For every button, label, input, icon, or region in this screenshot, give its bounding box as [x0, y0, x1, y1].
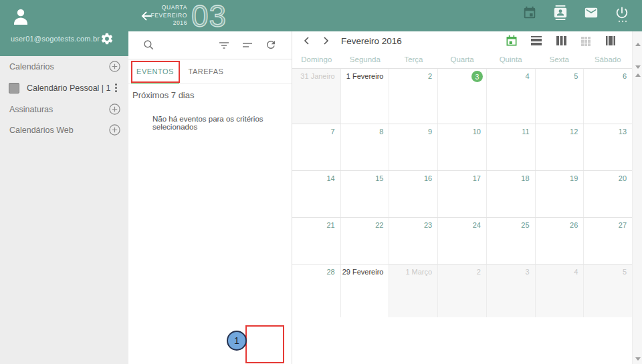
calendar-week-row: 14151617181920 [292, 170, 632, 217]
previous-month-icon[interactable] [302, 35, 312, 46]
annotation-step-1: 1 [227, 331, 247, 351]
day-number: 24 [473, 221, 481, 229]
scroll-up-icon[interactable] [635, 73, 641, 77]
calendar-week-row: 78910111213 [292, 124, 632, 170]
events-toolbar [128, 31, 292, 59]
power-icon[interactable] [615, 5, 631, 25]
week-view-icon[interactable] [554, 34, 568, 47]
day-cell[interactable]: 17 [437, 171, 486, 217]
day-cell[interactable]: 5 [535, 69, 584, 124]
day-cell[interactable]: 29 Fevereiro [340, 264, 389, 317]
weekday-label: QUARTA [147, 4, 187, 12]
section-label: Calendários Web [9, 126, 74, 135]
sidebar-section-web-calendars: Calendários Web [0, 120, 128, 140]
day-cell[interactable]: 22 [340, 218, 389, 264]
events-tabbar: EVENTOS TAREFAS [128, 59, 292, 83]
mail-module-icon[interactable] [584, 5, 600, 25]
year-label: 2016 [147, 19, 187, 27]
day-view-icon[interactable] [530, 34, 543, 47]
day-number: 20 [619, 174, 627, 182]
day-number: 10 [473, 128, 481, 136]
today-green-calendar-icon[interactable] [505, 34, 518, 47]
search-icon[interactable] [142, 39, 154, 51]
day-cell[interactable]: 3 [486, 264, 535, 317]
day-number: 22 [375, 221, 383, 229]
day-cell[interactable]: 25 [486, 218, 535, 264]
day-header: Quarta [438, 55, 487, 63]
day-cell[interactable]: 18 [486, 171, 535, 217]
day-cell[interactable]: 27 [583, 218, 632, 264]
day-cell[interactable]: 1 Fevereiro [340, 69, 389, 124]
day-cell[interactable]: 9 [389, 124, 437, 170]
day-number: 29 Fevereiro [342, 268, 384, 276]
tab-eventos[interactable]: EVENTOS [131, 59, 179, 83]
circle-plus-icon[interactable] [109, 124, 120, 136]
day-cell[interactable]: 26 [535, 218, 584, 264]
next-month-icon[interactable] [320, 35, 331, 46]
scrollbar-track[interactable] [632, 31, 642, 364]
day-cell[interactable]: 31 Janeiro [292, 69, 340, 124]
day-cell[interactable]: 16 [389, 171, 437, 217]
filter-icon[interactable] [218, 39, 230, 51]
sort-icon[interactable] [241, 39, 253, 51]
scroll-down-icon[interactable] [635, 357, 641, 361]
day-cell[interactable]: 4 [535, 264, 584, 317]
tab-tarefas[interactable]: TAREFAS [182, 59, 230, 83]
multicolumn-view-icon[interactable] [604, 34, 617, 47]
day-cell[interactable]: 4 [486, 69, 535, 124]
day-cell[interactable]: 10 [437, 124, 486, 170]
calendar-panel: Fevereiro 2016 DomingoSegundaTer [292, 31, 632, 364]
appbar-module-icons [515, 5, 638, 25]
events-panel: EVENTOS TAREFAS Próximos 7 dias Não há e… [128, 31, 292, 364]
day-cell[interactable]: 21 [292, 218, 340, 264]
circle-plus-icon[interactable] [109, 104, 120, 115]
day-number: 5 [623, 268, 627, 276]
contacts-module-icon[interactable] [553, 5, 569, 25]
vertical-dots-icon[interactable] [111, 82, 120, 93]
month-view-icon[interactable] [579, 34, 593, 47]
day-cell[interactable]: 1 Março [389, 264, 437, 317]
day-cell[interactable]: 5 [583, 264, 632, 317]
day-cell[interactable]: 3 [437, 69, 486, 124]
day-cell[interactable]: 2 [437, 264, 486, 317]
month-label: FEVEREIRO [147, 12, 187, 20]
calendar-label: Calendário Pessoal | 1 [27, 83, 111, 93]
day-number: 16 [424, 174, 432, 182]
big-day-number: 03 [191, 0, 227, 34]
events-toolbar-right [207, 39, 277, 51]
day-cell[interactable]: 12 [535, 124, 584, 170]
day-number: 17 [473, 174, 481, 182]
calendar-checkbox[interactable] [9, 83, 19, 94]
annotation-box-fab [245, 325, 284, 363]
day-cell[interactable]: 14 [292, 171, 340, 217]
day-cell[interactable]: 6 [583, 69, 632, 124]
day-cell[interactable]: 19 [535, 171, 584, 217]
sidebar-item-personal-calendar[interactable]: Calendário Pessoal | 1 [0, 77, 128, 99]
day-number: 25 [521, 221, 529, 229]
top-header: QUARTA FEVEREIRO 2016 03 [128, 0, 642, 31]
day-number: 18 [521, 174, 529, 182]
scroll-down-icon[interactable] [635, 65, 641, 69]
day-cell[interactable]: 20 [583, 171, 632, 217]
day-cell[interactable]: 13 [583, 124, 632, 170]
scroll-up-icon[interactable] [635, 43, 641, 46]
day-cell[interactable]: 2 [389, 69, 437, 124]
day-number: 5 [574, 72, 578, 80]
day-cell[interactable]: 28 [292, 264, 340, 317]
day-number: 15 [375, 174, 383, 182]
day-number: 4 [574, 268, 578, 276]
day-cell[interactable]: 24 [437, 218, 486, 264]
gear-icon[interactable] [100, 32, 114, 45]
day-cell[interactable]: 11 [486, 124, 535, 170]
calendar-module-icon[interactable] [522, 5, 538, 25]
range-filter-dropdown[interactable]: Próximos 7 dias [128, 83, 292, 100]
day-number: 6 [623, 72, 627, 80]
day-cell[interactable]: 15 [340, 171, 389, 217]
day-cell[interactable]: 7 [292, 124, 340, 170]
day-cell[interactable]: 8 [340, 124, 389, 170]
circle-plus-icon[interactable] [109, 61, 120, 72]
day-cell[interactable]: 23 [389, 218, 437, 264]
today-badge: 3 [471, 71, 483, 82]
day-header: Terça [389, 55, 438, 63]
reload-icon[interactable] [265, 39, 277, 51]
